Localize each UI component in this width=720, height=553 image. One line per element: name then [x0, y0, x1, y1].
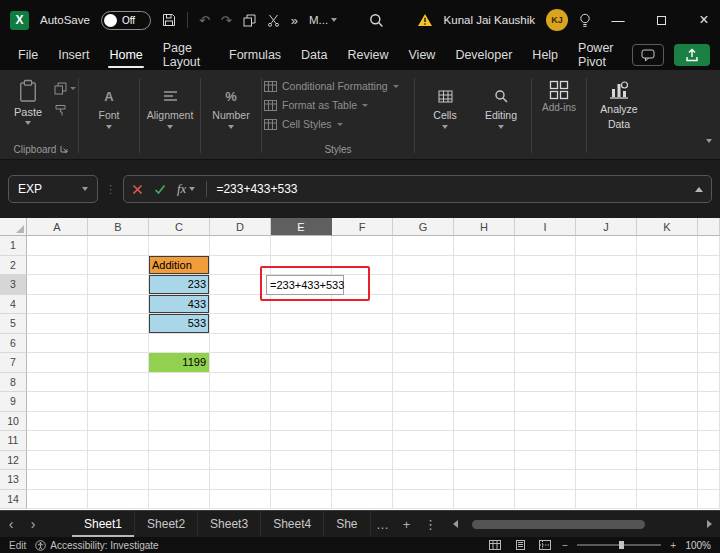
cell-B2[interactable]: [88, 256, 149, 276]
cell-J9[interactable]: [576, 392, 637, 412]
cell-G9[interactable]: [393, 392, 454, 412]
cell-C2[interactable]: Addition: [149, 256, 210, 276]
cell-I9[interactable]: [515, 392, 576, 412]
cell-J5[interactable]: [576, 314, 637, 334]
cell-K7[interactable]: [637, 353, 698, 373]
cell-H4[interactable]: [454, 295, 515, 315]
column-header-K[interactable]: K: [637, 218, 698, 236]
cell-J6[interactable]: [576, 334, 637, 354]
cell-F2[interactable]: [332, 256, 393, 276]
cell-A8[interactable]: [27, 373, 88, 393]
cell-B7[interactable]: [88, 353, 149, 373]
cell-I6[interactable]: [515, 334, 576, 354]
sheet-tab-sheet4[interactable]: Sheet4: [261, 511, 324, 537]
cell-H14[interactable]: [454, 490, 515, 510]
cell-B12[interactable]: [88, 451, 149, 471]
row-header-4[interactable]: 4: [0, 295, 27, 315]
font-group-button[interactable]: A Font: [81, 74, 137, 157]
cell-K12[interactable]: [637, 451, 698, 471]
addins-button[interactable]: [534, 74, 584, 100]
name-box[interactable]: EXP: [8, 175, 98, 203]
cell-E8[interactable]: [271, 373, 332, 393]
row-header-13[interactable]: 13: [0, 470, 27, 490]
cell-styles-button[interactable]: Cell Styles: [264, 118, 412, 130]
prev-sheet-button[interactable]: ‹: [0, 511, 22, 537]
formula-bar-splitter[interactable]: ⋮: [105, 183, 116, 196]
cell-H12[interactable]: [454, 451, 515, 471]
page-break-view-button[interactable]: [537, 540, 553, 550]
next-sheet-button[interactable]: ›: [22, 511, 44, 537]
minimize-button[interactable]: —: [602, 13, 634, 28]
cell-E7[interactable]: [271, 353, 332, 373]
cell-A5[interactable]: [27, 314, 88, 334]
menu-tab-view[interactable]: View: [399, 40, 446, 70]
cell-K2[interactable]: [637, 256, 698, 276]
paste-button[interactable]: Paste: [6, 76, 50, 125]
format-as-table-button[interactable]: Format as Table: [264, 99, 412, 111]
cell-J7[interactable]: [576, 353, 637, 373]
formula-input[interactable]: =233+433+533: [216, 182, 297, 196]
cell-J14[interactable]: [576, 490, 637, 510]
cell-G3[interactable]: [393, 275, 454, 295]
cell-D5[interactable]: [210, 314, 271, 334]
cell-J1[interactable]: [576, 236, 637, 256]
cell-K5[interactable]: [637, 314, 698, 334]
cell-H3[interactable]: [454, 275, 515, 295]
cell-A13[interactable]: [27, 470, 88, 490]
cell-I12[interactable]: [515, 451, 576, 471]
cell-A7[interactable]: [27, 353, 88, 373]
cell-C12[interactable]: [149, 451, 210, 471]
cancel-button[interactable]: [132, 184, 143, 195]
page-layout-view-button[interactable]: [512, 540, 528, 550]
cell-J11[interactable]: [576, 431, 637, 451]
cell-G2[interactable]: [393, 256, 454, 276]
cell-I13[interactable]: [515, 470, 576, 490]
cell-G1[interactable]: [393, 236, 454, 256]
cell-A9[interactable]: [27, 392, 88, 412]
row-header-11[interactable]: 11: [0, 431, 27, 451]
row-header-10[interactable]: 10: [0, 412, 27, 432]
cell-B6[interactable]: [88, 334, 149, 354]
row-header-8[interactable]: 8: [0, 373, 27, 393]
cell-E11[interactable]: [271, 431, 332, 451]
select-all-corner[interactable]: [0, 218, 27, 236]
cell-K8[interactable]: [637, 373, 698, 393]
sheet-tab-sheet2[interactable]: Sheet2: [135, 511, 198, 537]
column-header-J[interactable]: J: [576, 218, 637, 236]
row-header-14[interactable]: 14: [0, 490, 27, 510]
cell-D14[interactable]: [210, 490, 271, 510]
menu-tab-help[interactable]: Help: [522, 40, 568, 70]
cell-I2[interactable]: [515, 256, 576, 276]
cell-K13[interactable]: [637, 470, 698, 490]
autosave-toggle[interactable]: Off: [101, 11, 151, 30]
cell-F14[interactable]: [332, 490, 393, 510]
tab-options-button[interactable]: ⋮: [419, 511, 443, 537]
row-header-1[interactable]: 1: [0, 236, 27, 256]
zoom-out-button[interactable]: −: [562, 540, 568, 551]
row-header-5[interactable]: 5: [0, 314, 27, 334]
cell-D6[interactable]: [210, 334, 271, 354]
cell-E13[interactable]: [271, 470, 332, 490]
cell-B13[interactable]: [88, 470, 149, 490]
cell-C8[interactable]: [149, 373, 210, 393]
new-sheet-button[interactable]: +: [395, 511, 419, 537]
mode-dropdown-button[interactable]: M...: [309, 14, 337, 26]
cell-J3[interactable]: [576, 275, 637, 295]
cell-E2[interactable]: [271, 256, 332, 276]
cell-A6[interactable]: [27, 334, 88, 354]
column-header-I[interactable]: I: [515, 218, 576, 236]
cell-D11[interactable]: [210, 431, 271, 451]
horizontal-scrollbar[interactable]: [443, 511, 720, 537]
analyze-data-button[interactable]: Analyze Data: [589, 74, 649, 157]
cell-H11[interactable]: [454, 431, 515, 451]
cell-F1[interactable]: [332, 236, 393, 256]
menu-tab-formulas[interactable]: Formulas: [219, 40, 291, 70]
column-header-F[interactable]: F: [332, 218, 393, 236]
cell-G14[interactable]: [393, 490, 454, 510]
copy-button[interactable]: [243, 14, 256, 27]
cell-D7[interactable]: [210, 353, 271, 373]
menu-tab-review[interactable]: Review: [338, 40, 399, 70]
menu-tab-home[interactable]: Home: [99, 40, 152, 70]
cell-A1[interactable]: [27, 236, 88, 256]
cell-E12[interactable]: [271, 451, 332, 471]
